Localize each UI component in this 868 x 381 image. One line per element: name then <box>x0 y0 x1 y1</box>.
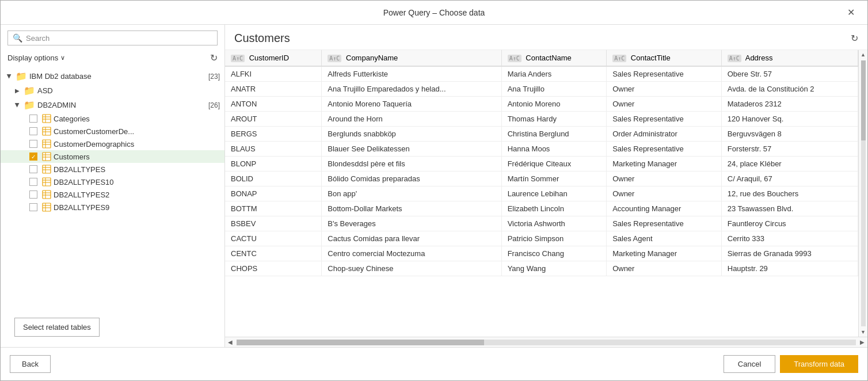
table-cell: Marketing Manager <box>607 157 722 172</box>
tree-item-label: IBM Db2 database <box>29 72 92 81</box>
table-row: CHOPSChop-suey ChineseYang WangOwnerHaup… <box>225 261 858 276</box>
col-header-contactname[interactable]: A↑C ContactName <box>501 50 606 66</box>
select-related-area: Select related tables <box>1 307 224 347</box>
tree-item-label: DB2ADMIN <box>37 101 76 109</box>
search-box: 🔍 <box>7 31 218 45</box>
table-cell: Mataderos 2312 <box>721 97 858 112</box>
tree-item-count: [26] <box>204 101 220 109</box>
table-icon <box>42 177 51 186</box>
right-panel: Customers ↻ A↑C CustomerID <box>225 25 867 347</box>
table-cell: Alfreds Futterkiste <box>322 66 501 82</box>
table-cell: Blauer See Delikatessen <box>322 142 501 157</box>
horizontal-scrollbar[interactable]: ◀ ▶ <box>225 337 867 347</box>
dialog-title: Power Query – Choose data <box>25 8 843 17</box>
table-row: BLAUSBlauer See DelikatessenHanna MoosSa… <box>225 142 858 157</box>
tree-item-asd[interactable]: ▶ 📁 ASD <box>1 83 224 98</box>
select-related-tables-button[interactable]: Select related tables <box>14 318 100 337</box>
tree-item-label: DB2ALLTYPES9 <box>54 203 109 212</box>
tree-item-db2alltypes[interactable]: ▶ DB2ALLTYPES <box>1 163 224 176</box>
table-icon <box>42 127 51 136</box>
table-cell: Forsterstr. 57 <box>721 142 858 157</box>
col-header-companyname[interactable]: A↑C CompanyName <box>322 50 501 66</box>
table-cell: Owner <box>607 97 722 112</box>
table-cell: Bon app' <box>322 186 501 201</box>
display-options-bar: Display options ∨ ↻ <box>1 50 224 67</box>
scroll-up-arrow[interactable]: ▲ <box>859 50 868 59</box>
checkbox-db2alltypes2[interactable] <box>29 190 37 199</box>
h-scroll-thumb[interactable] <box>237 340 484 345</box>
content-area: 🔍 Display options ∨ ↻ ▶ 📁 IBM Db2 databa… <box>1 25 867 347</box>
col-header-address[interactable]: A↑C Address <box>721 50 858 66</box>
transform-data-button[interactable]: Transform data <box>780 355 858 373</box>
tree-item-label: DB2ALLTYPES <box>54 165 105 174</box>
tree-item-db2alltypes2[interactable]: ▶ DB2ALLTYPES2 <box>1 188 224 201</box>
display-options-button[interactable]: Display options ∨ <box>7 54 65 62</box>
checkbox-categories[interactable] <box>29 115 37 123</box>
grid-with-scroll: A↑C CustomerID A↑C CompanyName A↑C <box>225 50 867 337</box>
table-cell: BOLID <box>225 172 322 186</box>
close-button[interactable]: ✕ <box>843 5 858 20</box>
cancel-button[interactable]: Cancel <box>724 355 775 373</box>
table-icon <box>42 139 51 148</box>
col-header-customerid[interactable]: A↑C CustomerID <box>225 50 322 66</box>
table-cell: Owner <box>607 261 722 276</box>
tree-item-label: ASD <box>37 86 53 95</box>
tree-item-categories[interactable]: ▶ Categories <box>1 112 224 125</box>
table-cell: Sierras de Granada 9993 <box>721 246 858 261</box>
scroll-left-arrow[interactable]: ◀ <box>225 339 235 345</box>
col-name: CompanyName <box>346 54 398 62</box>
tree-item-label: Categories <box>54 115 90 123</box>
scroll-down-arrow[interactable]: ▼ <box>859 327 868 337</box>
tree-item-db2alltypes9[interactable]: ▶ DB2ALLTYPES9 <box>1 201 224 214</box>
table-cell: 12, rue des Bouchers <box>721 186 858 201</box>
table-cell: Fauntleroy Circus <box>721 216 858 231</box>
v-scroll-track[interactable] <box>861 60 866 326</box>
search-input[interactable] <box>26 34 212 43</box>
checkbox-db2alltypes9[interactable] <box>29 203 37 211</box>
left-panel-refresh-button[interactable]: ↻ <box>210 52 218 63</box>
table-row: BLONPBlondesddsl père et filsFrédérique … <box>225 157 858 172</box>
table-refresh-button[interactable]: ↻ <box>851 33 858 44</box>
tree-item-count: [23] <box>204 73 220 81</box>
tree-item-db2admin[interactable]: ▶ 📁 DB2ADMIN [26] <box>1 98 224 112</box>
tree-item-label: Customers <box>54 153 90 161</box>
tree-item-customercustomerde[interactable]: ▶ CustomerCustomerDe... <box>1 125 224 138</box>
checkbox-customers[interactable]: ✓ <box>29 153 37 161</box>
back-button[interactable]: Back <box>10 355 51 373</box>
checkbox-customerdemographics[interactable] <box>29 140 37 148</box>
table-cell: BERGS <box>225 127 322 142</box>
table-cell: Yang Wang <box>501 261 606 276</box>
table-cell: Obere Str. 57 <box>721 66 858 82</box>
tree-item-customers[interactable]: ▶ ✓ Customers <box>1 150 224 163</box>
right-inner: A↑C CustomerID A↑C CompanyName A↑C <box>225 50 867 347</box>
table-cell: BONAP <box>225 186 322 201</box>
table-cell: Thomas Hardy <box>501 112 606 127</box>
table-cell: Order Administrator <box>607 127 722 142</box>
table-cell: 120 Hanover Sq. <box>721 112 858 127</box>
table-title: Customers <box>234 32 290 45</box>
col-name: Address <box>745 54 773 62</box>
table-cell: Martín Sommer <box>501 172 606 186</box>
scroll-right-arrow[interactable]: ▶ <box>857 339 867 345</box>
table-cell: Maria Anders <box>501 66 606 82</box>
table-cell: Berguvsvägen 8 <box>721 127 858 142</box>
table-header: Customers ↻ <box>225 25 867 50</box>
tree-item-ibm-db2[interactable]: ▶ 📁 IBM Db2 database [23] <box>1 69 224 83</box>
col-header-contacttitle[interactable]: A↑C ContactTitle <box>607 50 722 66</box>
table-row: BOLIDBólido Comidas preparadasMartín Som… <box>225 172 858 186</box>
table-cell: Cactus Comidas para llevar <box>322 231 501 246</box>
v-scroll-thumb[interactable] <box>861 60 866 140</box>
tree-item-db2alltypes10[interactable]: ▶ DB2ALLTYPES10 <box>1 176 224 188</box>
title-bar: Power Query – Choose data ✕ <box>1 1 867 25</box>
table-cell: BOTTM <box>225 201 322 216</box>
tree-item-customerdemographics[interactable]: ▶ CustomerDemographics <box>1 138 224 150</box>
table-cell: Owner <box>607 82 722 97</box>
data-grid-container[interactable]: A↑C CustomerID A↑C CompanyName A↑C <box>225 50 858 337</box>
table-cell: Owner <box>607 172 722 186</box>
vertical-scrollbar[interactable]: ▲ ▼ <box>858 50 867 337</box>
checkbox-db2alltypes[interactable] <box>29 165 37 173</box>
h-scroll-track[interactable] <box>237 340 856 345</box>
checkbox-db2alltypes10[interactable] <box>29 178 37 186</box>
checkbox-customercustomerde[interactable] <box>29 127 37 135</box>
table-cell: Frédérique Citeaux <box>501 157 606 172</box>
